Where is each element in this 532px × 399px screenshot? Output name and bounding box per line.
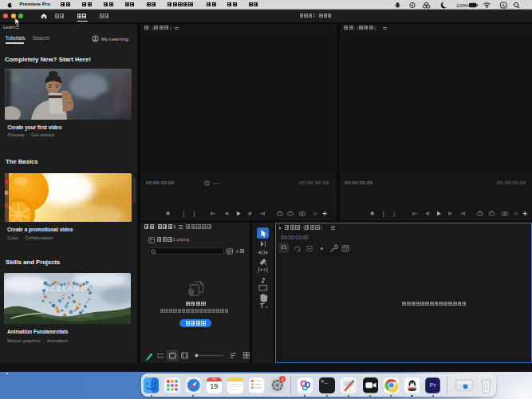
svg-text:}: }	[193, 211, 195, 217]
svg-text:100%: 100%	[456, 2, 469, 8]
svg-text:{: {	[183, 211, 185, 217]
svg-text:T: T	[259, 301, 264, 310]
svg-text:A: A	[502, 2, 505, 7]
svg-text:{: {	[383, 211, 385, 217]
svg-text:}: }	[393, 211, 396, 217]
